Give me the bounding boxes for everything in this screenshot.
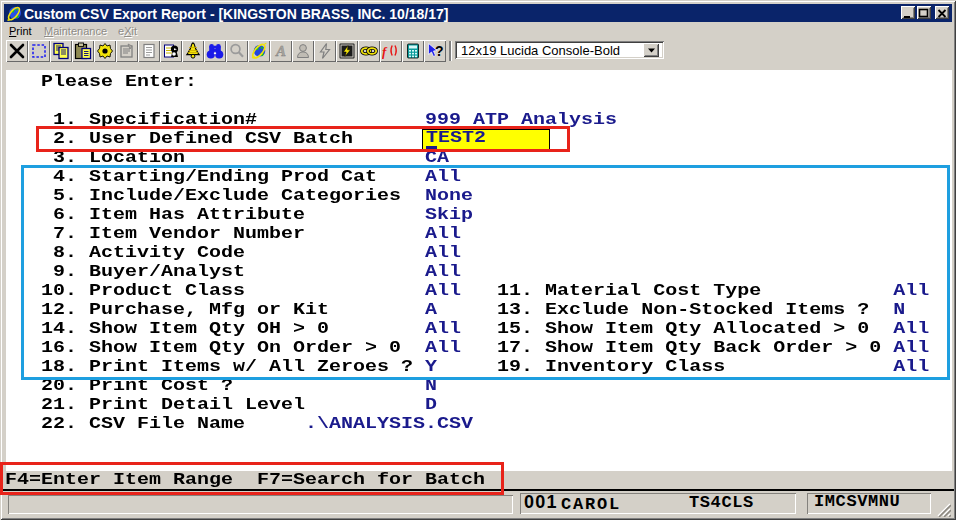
svg-text:A: A xyxy=(275,43,286,59)
svg-text:f: f xyxy=(382,44,388,59)
svg-text:?: ? xyxy=(435,43,444,59)
